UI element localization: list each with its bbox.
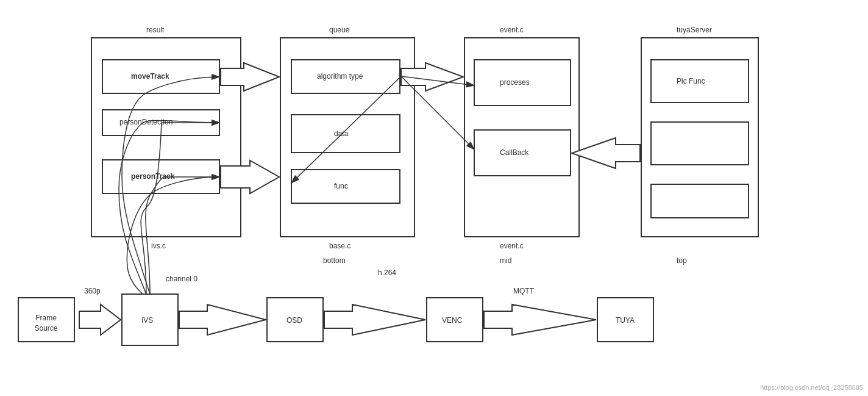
osd-label: OSD [286, 316, 302, 325]
picfunc-label: Pic Func [677, 77, 705, 85]
basec-label: base.c [329, 242, 350, 250]
algorithmtype-label: algorithm type [317, 72, 363, 81]
tuya-label: TUYA [616, 316, 635, 325]
svg-rect-16 [651, 184, 749, 218]
result-label: result [146, 26, 164, 34]
callback-label: CallBack [500, 148, 528, 157]
channel0-label: channel 0 [166, 275, 197, 283]
h264-label: h.264 [378, 268, 396, 277]
eventc-bottom-label: event.c [500, 242, 524, 250]
venc-label: VENC [442, 316, 462, 325]
diagram-container: result ivs.c queue base.c event.c event.… [0, 0, 868, 396]
mqtt-label: MQTT [513, 287, 534, 295]
svg-rect-13 [641, 38, 758, 237]
persontrack-label: personTrack [131, 172, 174, 181]
svg-rect-15 [651, 122, 749, 165]
svg-marker-22 [79, 304, 121, 335]
svg-marker-32 [572, 138, 640, 168]
persondetection-label: personDetection [119, 118, 173, 126]
diagram-svg [0, 0, 868, 396]
arrow1-label: 360p [84, 287, 101, 295]
queue-label: queue [329, 26, 349, 34]
svg-rect-10 [464, 38, 579, 237]
bottom-label: bottom [323, 256, 346, 265]
top-label: top [677, 256, 687, 265]
eventc-top-label: event.c [500, 26, 524, 34]
watermark: https://blog.csdn.net/qq_28258885 [760, 384, 863, 391]
svg-marker-24 [324, 304, 425, 335]
svg-marker-25 [484, 304, 596, 335]
framesource-label: FrameSource [29, 313, 63, 334]
ivs-label: IVS [141, 316, 153, 325]
svg-marker-28 [401, 63, 463, 91]
svg-line-30 [401, 76, 474, 85]
func-label: func [334, 182, 348, 190]
proceses-label: proceses [500, 78, 530, 87]
ivsc-label: ivs.c [151, 242, 166, 250]
svg-marker-26 [221, 63, 279, 91]
svg-line-31 [401, 76, 474, 149]
data-label: data [334, 129, 348, 138]
tuyaserver-label: tuyaServer [677, 26, 712, 34]
svg-marker-27 [221, 160, 279, 193]
movetrack-label: moveTrack [131, 72, 169, 81]
mid-label: mid [500, 256, 511, 265]
svg-marker-23 [179, 304, 266, 335]
svg-rect-2 [91, 38, 241, 237]
